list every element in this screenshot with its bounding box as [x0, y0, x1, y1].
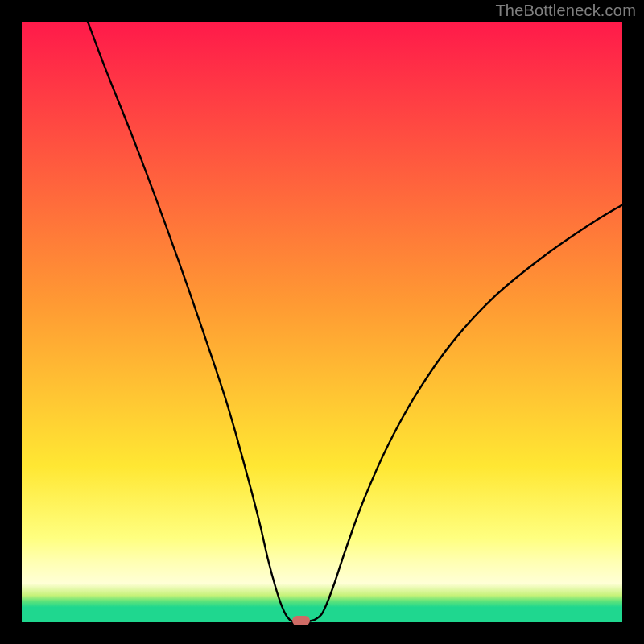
watermark-text: TheBottleneck.com	[495, 2, 636, 20]
plot-area	[22, 22, 622, 622]
chart-frame: TheBottleneck.com	[0, 0, 644, 644]
chart-svg	[22, 22, 622, 622]
optimal-marker	[292, 616, 310, 625]
gradient-background	[22, 22, 622, 622]
